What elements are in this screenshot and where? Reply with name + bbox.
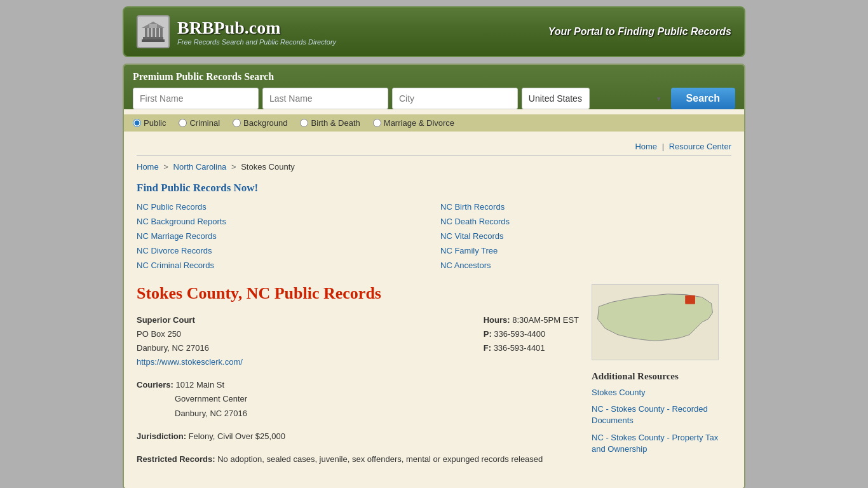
records-section: Find Public Records Now! NC Public Recor… [137,182,731,271]
resource-property-tax[interactable]: NC - Stokes County - Property Tax and Ow… [592,432,731,455]
couriers-address-3: Danbury, NC 27016 [175,409,247,418]
couriers-address-1: 1012 Main St [175,380,224,390]
link-nc-divorce-records[interactable]: NC Divorce Records [137,245,428,257]
nav-resource-center-link[interactable]: Resource Center [669,142,731,151]
svg-rect-4 [153,28,155,37]
search-panel: Premium Public Records Search United Sta… [124,65,744,109]
first-name-input[interactable] [133,88,259,109]
restricted-block: Restricted Records: No adoption, sealed … [137,452,579,466]
link-nc-ancestors[interactable]: NC Ancestors [440,259,731,271]
jurisdiction-block: Jurisdiction: Felony, Civil Over $25,000 [137,430,579,444]
site-title: BRBPub.com [177,18,336,38]
radio-background[interactable]: Background [233,118,287,128]
court-address-2: Danbury, NC 27016 [137,343,209,353]
breadcrumb-county: Stokes County [241,162,295,172]
court-hours-col: Hours: 8:30AM-5PM EST P: 336-593-4400 F:… [484,313,579,369]
site-subtitle: Free Records Search and Public Records D… [177,38,336,46]
court-title: Superior Court [137,315,195,325]
breadcrumb-home[interactable]: Home [137,162,159,172]
left-content: Stokes County, NC Public Records Superio… [137,284,579,475]
fax-label: F: [484,343,491,353]
hours-label: Hours: [484,315,510,325]
svg-rect-0 [143,37,163,39]
phone-value: 336-593-4400 [494,329,545,339]
link-nc-family-tree[interactable]: NC Family Tree [440,245,731,257]
hours-value: 8:30AM-5PM EST [512,315,579,325]
restricted-value: No adoption, sealed cases, juvenile, sex… [217,454,543,464]
svg-rect-2 [145,28,147,37]
logo-text: BRBPub.com Free Records Search and Publi… [177,18,336,46]
additional-resources: Additional Resources Stokes County NC - … [592,371,731,455]
link-nc-public-records[interactable]: NC Public Records [137,201,428,213]
court-address-col: Superior Court PO Box 250 Danbury, NC 27… [137,313,458,369]
site-header: BRBPub.com Free Records Search and Publi… [123,6,745,57]
resource-recorded-documents[interactable]: NC - Stokes County - Recorded Documents [592,403,731,426]
court-website[interactable]: https://www.stokesclerk.com/ [137,357,243,367]
superior-court-block: Superior Court PO Box 250 Danbury, NC 27… [137,313,579,369]
svg-rect-5 [156,28,159,37]
logo-icon [137,15,170,48]
svg-rect-6 [160,28,163,37]
main-content: Stokes County, NC Public Records Superio… [137,284,731,475]
top-nav: Home | Resource Center [137,138,731,156]
page-heading: Stokes County, NC Public Records [137,284,579,303]
jurisdiction-label: Jurisdiction: [137,431,186,441]
search-button[interactable]: Search [671,88,735,109]
nc-map [592,284,719,360]
country-wrapper: United States [522,88,667,109]
city-input[interactable] [392,88,518,109]
additional-resources-heading: Additional Resources [592,371,731,382]
couriers-label: Couriers: [137,380,173,390]
link-nc-vital-records[interactable]: NC Vital Records [440,230,731,242]
radio-public[interactable]: Public [133,118,166,128]
search-panel-title: Premium Public Records Search [133,71,735,83]
link-nc-death-records[interactable]: NC Death Records [440,215,731,227]
resource-stokes-county[interactable]: Stokes County [592,387,731,398]
radio-criminal[interactable]: Criminal [179,118,220,128]
svg-rect-1 [142,39,165,42]
court-address-1: PO Box 250 [137,329,181,339]
svg-rect-9 [685,295,695,304]
map-container [592,284,731,362]
records-heading: Find Public Records Now! [137,182,731,194]
logo-area: BRBPub.com Free Records Search and Publi… [137,15,336,48]
header-tagline: Your Portal to Finding Public Records [548,26,731,37]
right-content: Additional Resources Stokes County NC - … [592,284,731,460]
breadcrumb-state[interactable]: North Carolina [173,162,227,172]
jurisdiction-value: Felony, Civil Over $25,000 [189,431,285,441]
link-nc-birth-records[interactable]: NC Birth Records [440,201,731,213]
radio-marriage-divorce[interactable]: Marriage & Divorce [373,118,454,128]
svg-rect-8 [149,24,157,28]
link-nc-marriage-records[interactable]: NC Marriage Records [137,230,428,242]
search-fields: United States Search [133,88,735,109]
restricted-label: Restricted Records: [137,454,215,464]
radio-birth-death[interactable]: Birth & Death [300,118,360,128]
main-container: Premium Public Records Search United Sta… [123,64,745,488]
fax-value: 336-593-4401 [494,343,545,353]
phone-label: P: [484,329,492,339]
link-nc-background-reports[interactable]: NC Background Reports [137,215,428,227]
country-select[interactable]: United States [522,88,590,109]
couriers-block: Couriers: 1012 Main St Government Center… [137,378,579,420]
svg-rect-3 [149,28,151,37]
link-nc-criminal-records[interactable]: NC Criminal Records [137,259,428,271]
nav-separator: | [662,142,664,151]
records-grid: NC Public Records NC Birth Records NC Ba… [137,201,731,271]
last-name-input[interactable] [262,88,388,109]
couriers-address-2: Government Center [175,394,247,403]
nav-home-link[interactable]: Home [635,142,657,151]
search-options: Public Criminal Background Birth & Death… [124,114,744,132]
breadcrumb: Home > North Carolina > Stokes County [137,162,731,172]
content-area: Home | Resource Center Home > North Caro… [124,132,744,488]
